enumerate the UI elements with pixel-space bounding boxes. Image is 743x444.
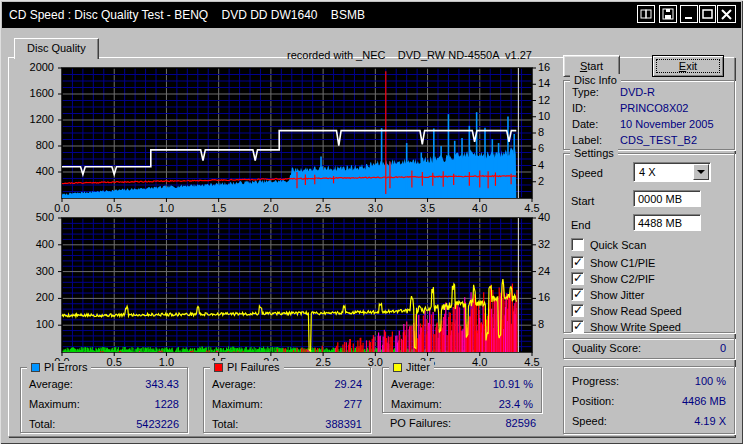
minimize-button[interactable] [680, 5, 698, 23]
copy-icon [640, 8, 652, 20]
stat-value: 388391 [325, 414, 362, 434]
axis-tick-label: 0.5 [99, 202, 129, 214]
jitter-swatch [393, 363, 402, 372]
pi-failures-panel-legend: PI Failures [210, 361, 284, 373]
axis-tick-label: 2.0 [256, 202, 286, 214]
save-button[interactable] [659, 5, 677, 23]
pi-failures-panel: PI Failures Average:29.24 Maximum:277 To… [203, 367, 371, 433]
axis-tick-label: 8 [538, 318, 544, 330]
stat-value: 23.4 % [499, 394, 533, 414]
start-mb-label: Start [571, 195, 594, 207]
start-mb-input[interactable]: 0000 MB [633, 190, 701, 207]
axis-tick-label: 800 [10, 139, 54, 151]
disc-info-group: Disc Info Type:DVD-R ID:PRINCO8X02 Date:… [563, 80, 735, 150]
stat-label: Average: [29, 374, 73, 394]
axis-tick-label: 16 [538, 291, 550, 303]
speed-status-label: Speed: [572, 411, 607, 431]
checkbox-box[interactable] [571, 320, 584, 333]
maximize-button[interactable] [699, 5, 716, 23]
axis-tick-label: 16 [538, 61, 550, 73]
stat-value: 5423226 [136, 414, 179, 434]
axis-tick-label: 100 [10, 318, 54, 330]
tab-disc-quality[interactable]: Disc Quality [14, 38, 99, 59]
stat-label: Average: [391, 374, 435, 394]
settings-legend: Settings [570, 147, 618, 159]
checkbox-show-read-speed[interactable]: Show Read Speed [571, 304, 682, 317]
stat-value: 343.43 [145, 374, 179, 394]
recorded-with-text: recorded with _NEC DVD_RW ND-4550A v1.27 [200, 49, 532, 61]
stat-label: Average: [212, 374, 256, 394]
axis-tick-label: 6 [538, 142, 544, 154]
disc-date-label: Date: [572, 116, 620, 132]
disc-label-value: CDS_TEST_B2 [620, 132, 697, 148]
checkbox-box[interactable] [571, 272, 584, 285]
stat-label: Maximum: [391, 394, 442, 414]
checkbox-label: Show Jitter [590, 289, 644, 301]
speed-select[interactable]: 4 X [633, 162, 711, 182]
window-title: CD Speed : Disc Quality Test - BENQ DVD … [2, 8, 365, 22]
settings-group: Settings Speed 4 X Start 0000 MB End 448… [563, 153, 735, 333]
stat-label: Maximum: [212, 394, 263, 414]
minimize-icon [684, 8, 694, 20]
axis-tick-label: 3.5 [413, 202, 443, 214]
checkbox-quick-scan[interactable]: Quick Scan [571, 238, 646, 251]
axis-tick-label: 12 [538, 94, 550, 106]
checkbox-show-jitter[interactable]: Show Jitter [571, 288, 644, 301]
axis-tick-label: 24 [538, 265, 550, 277]
axis-tick-label: 3.0 [360, 202, 390, 214]
disc-type-label: Type: [572, 84, 620, 100]
save-icon [662, 8, 674, 20]
checkbox-show-c1-pie[interactable]: Show C1/PIE [571, 256, 655, 269]
checkbox-box[interactable] [571, 238, 584, 251]
stat-value: 29.24 [334, 374, 362, 394]
axis-tick-label: 14 [538, 77, 550, 89]
po-failures-label: PO Failures: [390, 417, 451, 429]
speed-value: 4 X [639, 166, 656, 178]
checkbox-show-c2-pif[interactable]: Show C2/PIF [571, 272, 655, 285]
position-label: Position: [572, 391, 614, 411]
focus-rect [656, 59, 720, 73]
speed-status-value: 4.19 X [694, 411, 726, 431]
tab-label: Disc Quality [27, 42, 86, 54]
axis-tick-label: 8 [538, 126, 544, 138]
progress-label: Progress: [572, 371, 619, 391]
pi-errors-panel-legend: PI Errors [27, 361, 91, 373]
pi-errors-legend-label: PI Errors [44, 361, 87, 373]
close-button[interactable] [717, 5, 736, 23]
speed-label: Speed [571, 167, 603, 179]
axis-tick-label: 32 [538, 238, 550, 250]
copy-button[interactable] [637, 5, 655, 23]
speed-dropdown-button[interactable] [693, 164, 709, 180]
axis-tick-label: 1600 [10, 87, 54, 99]
disc-date-value: 10 November 2005 [620, 116, 714, 132]
close-icon [721, 9, 732, 20]
axis-tick-label: 10 [538, 110, 550, 122]
checkbox-label: Show Write Speed [590, 321, 681, 333]
po-failures-row: PO Failures: 82596 [390, 417, 536, 429]
jitter-panel-legend: Jitter [389, 361, 434, 373]
exit-button[interactable]: Exit [652, 55, 724, 77]
checkbox-box[interactable] [571, 304, 584, 317]
axis-tick-label: 40 [538, 211, 550, 223]
axis-tick-label: 4 [538, 159, 544, 171]
checkbox-show-write-speed[interactable]: Show Write Speed [571, 320, 681, 333]
pi-errors-swatch [31, 363, 40, 372]
chevron-down-icon [697, 170, 705, 174]
disc-type-value: DVD-R [620, 84, 655, 100]
disc-label-label: Label: [572, 132, 620, 148]
pi-failures-legend-label: PI Failures [227, 361, 280, 373]
pi-failures-swatch [214, 363, 223, 372]
jitter-legend-label: Jitter [406, 361, 430, 373]
start-button-label: Start [580, 60, 603, 72]
progress-box: Progress:100 % Position:4486 MB Speed:4.… [563, 366, 735, 434]
disc-id-value: PRINCO8X02 [620, 100, 688, 116]
po-failures-value: 82596 [505, 417, 536, 429]
axis-tick-label: 2.5 [308, 202, 338, 214]
end-mb-input[interactable]: 4488 MB [633, 214, 701, 231]
checkbox-box[interactable] [571, 256, 584, 269]
quality-score-value: 0 [720, 339, 726, 358]
checkbox-box[interactable] [571, 288, 584, 301]
pi-errors-panel: PI Errors Average:343.43 Maximum:1228 To… [20, 367, 188, 433]
progress-value: 100 % [695, 371, 726, 391]
quality-score-label: Quality Score: [572, 339, 641, 358]
